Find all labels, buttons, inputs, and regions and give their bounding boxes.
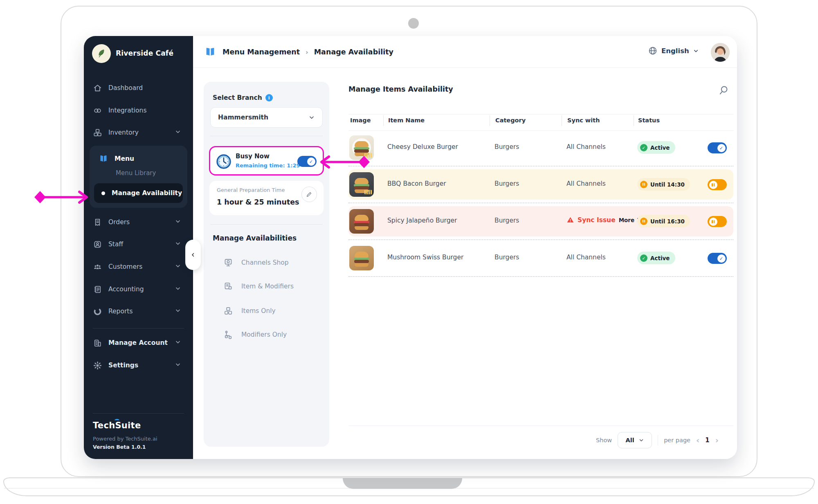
toggle-knob	[709, 181, 717, 189]
menu-book-icon	[99, 154, 108, 164]
main-area: Menu Management › Manage Availability En…	[193, 36, 737, 459]
gear-icon	[93, 361, 102, 370]
prep-time-value: 1 hour & 25 minutes	[217, 198, 299, 206]
item-category: Burgers	[494, 180, 519, 187]
item-name: Spicy Jalapeño Burger	[387, 217, 457, 224]
column-separator	[383, 115, 384, 126]
breadcrumb-separator-icon: ›	[306, 48, 308, 56]
techsuite-logo-accent	[115, 419, 119, 422]
sidebar-item-manage-account[interactable]: Manage Account	[93, 334, 184, 352]
avail-item-item-modifiers[interactable]: Item & Modifiers	[223, 277, 321, 295]
row-separator	[348, 276, 733, 277]
camera-dot	[408, 18, 419, 29]
chevron-down-icon	[175, 128, 181, 137]
search-icon	[718, 85, 729, 96]
page-size-select[interactable]: All	[618, 432, 652, 448]
sidebar-item-menu[interactable]: Menu	[99, 150, 180, 168]
table-row[interactable]: Cheesy Deluxe Burger Burgers All Channel…	[348, 133, 733, 163]
sidebar-item-reports[interactable]: Reports	[93, 302, 184, 320]
sidebar-item-settings[interactable]: Settings	[93, 356, 184, 374]
search-button[interactable]	[717, 83, 730, 97]
availability-toggle[interactable]	[708, 179, 727, 190]
prep-time-card: General Preparation Time 1 hour & 25 min…	[209, 181, 324, 215]
language-label: English	[661, 47, 689, 55]
chevron-down-icon	[308, 114, 315, 121]
sidebar-item-dashboard[interactable]: Dashboard	[93, 79, 184, 97]
pause-icon	[640, 181, 647, 188]
sidebar-item-inventory[interactable]: Inventory	[93, 124, 184, 142]
row-separator	[348, 166, 733, 166]
sidebar-item-orders[interactable]: Orders	[93, 213, 184, 231]
sidebar-item-label: Orders	[108, 218, 130, 226]
panel-divider	[210, 224, 323, 225]
sidebar-item-label: Staff	[108, 241, 123, 248]
avatar[interactable]	[711, 43, 730, 62]
check-icon: ✓	[640, 144, 647, 151]
item-name: BBQ Bacon Burger	[387, 180, 446, 187]
next-page-button[interactable]: ›	[715, 436, 719, 444]
item-sync: All Channels	[566, 254, 606, 261]
sidebar-item-staff[interactable]: Staff	[93, 235, 184, 253]
sidebar-item-accounting[interactable]: Accounting	[93, 280, 184, 298]
powered-by-text: Powered by TechSuite.ai	[93, 436, 157, 442]
reports-icon	[93, 307, 102, 316]
column-separator	[562, 115, 562, 126]
availability-toggle[interactable]: ✓	[708, 253, 727, 264]
column-header-status: Status	[638, 117, 660, 124]
sync-issue-cell: Sync Issue More	[566, 216, 641, 224]
version-text: Version Beta 1.0.1	[93, 444, 146, 450]
pause-icon	[640, 218, 647, 225]
column-separator	[490, 115, 490, 126]
sidebar-menu-group: Menu Menu Library Manage Availability	[90, 146, 187, 208]
table-row[interactable]: Spicy Jalapeño Burger Burgers Sync Issue…	[348, 206, 733, 236]
panel-divider	[210, 136, 323, 136]
chevron-down-icon	[175, 361, 181, 369]
chevron-down-icon	[638, 437, 644, 443]
item-image	[349, 135, 374, 160]
branch-select[interactable]: Hammersmith	[210, 107, 323, 128]
screenshot-stage: Riverside Café Dashboard Integrations In…	[0, 0, 818, 504]
language-selector[interactable]: English	[648, 46, 699, 56]
availability-toggle[interactable]	[708, 216, 727, 227]
sidebar-item-label: Dashboard	[108, 84, 143, 92]
sidebar-collapse-handle[interactable]	[185, 240, 201, 270]
availability-toggle[interactable]: ✓	[708, 142, 727, 153]
table-header-border	[348, 130, 733, 131]
avail-item-items-only[interactable]: Items Only	[223, 302, 321, 320]
row-separator	[348, 202, 733, 203]
busy-now-toggle[interactable]: ✓	[297, 156, 317, 167]
inventory-icon	[93, 128, 102, 137]
sidebar-item-customers[interactable]: Customers	[93, 258, 184, 276]
item-name: Cheesy Deluxe Burger	[387, 143, 458, 151]
item-image	[349, 246, 374, 270]
breadcrumb-parent[interactable]: Menu Management	[222, 48, 300, 56]
item-image	[349, 172, 374, 197]
info-icon[interactable]: i	[265, 94, 273, 101]
brand-logo	[92, 44, 111, 63]
chevron-down-icon	[693, 48, 699, 54]
techsuite-logo: TechSuite	[93, 421, 141, 430]
chevron-left-icon	[191, 252, 196, 257]
sidebar-item-manage-availability[interactable]: Manage Availability	[94, 183, 183, 203]
sidebar-item-label: Integrations	[108, 107, 146, 114]
menu-book-icon	[204, 46, 217, 58]
current-page: 1	[705, 436, 709, 444]
table-row[interactable]: Mushroom Swiss Burger Burgers All Channe…	[348, 243, 733, 273]
sidebar-item-label: Settings	[108, 362, 138, 369]
toggle-knob	[709, 218, 717, 226]
edit-prep-time-button[interactable]	[301, 187, 317, 202]
column-separator	[634, 115, 634, 126]
table-row[interactable]: BBQ Bacon Burger Burgers All Channels Un…	[348, 169, 733, 200]
status-badge: ✓Active	[637, 141, 675, 154]
busy-remaining-time: Remaining time: 1:29	[236, 162, 300, 169]
sidebar-item-menu-library[interactable]: Menu Library	[116, 169, 156, 177]
avail-item-modifiers-only[interactable]: Modifiers Only	[223, 326, 321, 344]
avatar-image	[711, 43, 730, 62]
avail-item-channels-shop[interactable]: Channels Shop	[223, 254, 321, 272]
item-sync: All Channels	[566, 180, 606, 187]
manage-availabilities-title: Manage Availabilities	[213, 234, 297, 242]
prev-page-button[interactable]: ‹	[696, 436, 699, 444]
column-header-sync: Sync with	[567, 117, 600, 124]
sidebar-item-label: Manage Account	[108, 339, 168, 346]
sidebar-item-integrations[interactable]: Integrations	[93, 101, 184, 119]
